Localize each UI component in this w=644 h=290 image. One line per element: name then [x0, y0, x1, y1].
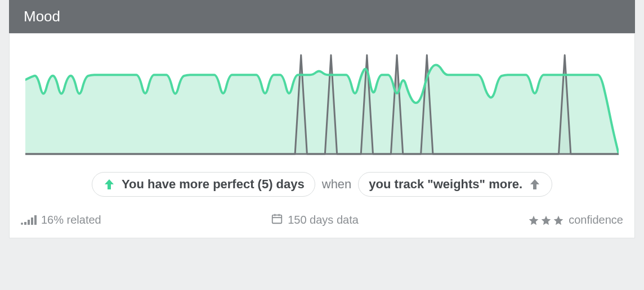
related-text: 16% related [41, 214, 101, 226]
insight-sentence: You have more perfect (5) days when you … [10, 156, 634, 208]
confidence-stars [528, 215, 564, 226]
insight-right-text: you track "weights" more. [369, 177, 522, 192]
days-stat: 150 days data [271, 212, 359, 228]
related-stat: 16% related [21, 214, 101, 226]
star-icon [553, 215, 564, 226]
card-header: Mood [9, 0, 635, 33]
svg-rect-1 [272, 215, 282, 224]
days-text: 150 days data [288, 214, 359, 226]
card-title: Mood [24, 8, 60, 25]
calendar-icon [271, 212, 283, 228]
arrow-up-icon [102, 178, 116, 191]
insight-connector: when [322, 177, 352, 192]
signal-bars-icon [21, 215, 37, 225]
insight-pill-right[interactable]: you track "weights" more. [358, 172, 552, 197]
mood-chart [25, 49, 619, 156]
card-footer: 16% related 150 days data confidence [10, 208, 634, 238]
insight-card: Mood You have more perfect (5) days when… [0, 0, 644, 238]
insight-left-text: You have more perfect (5) days [122, 177, 305, 192]
confidence-text: confidence [569, 214, 623, 226]
card-body: You have more perfect (5) days when you … [9, 33, 635, 238]
star-icon [528, 215, 539, 226]
insight-pill-left[interactable]: You have more perfect (5) days [92, 172, 315, 197]
star-icon [540, 215, 552, 226]
arrow-up-icon [528, 178, 542, 191]
chart-area [10, 34, 634, 156]
confidence-stat: confidence [528, 214, 623, 226]
